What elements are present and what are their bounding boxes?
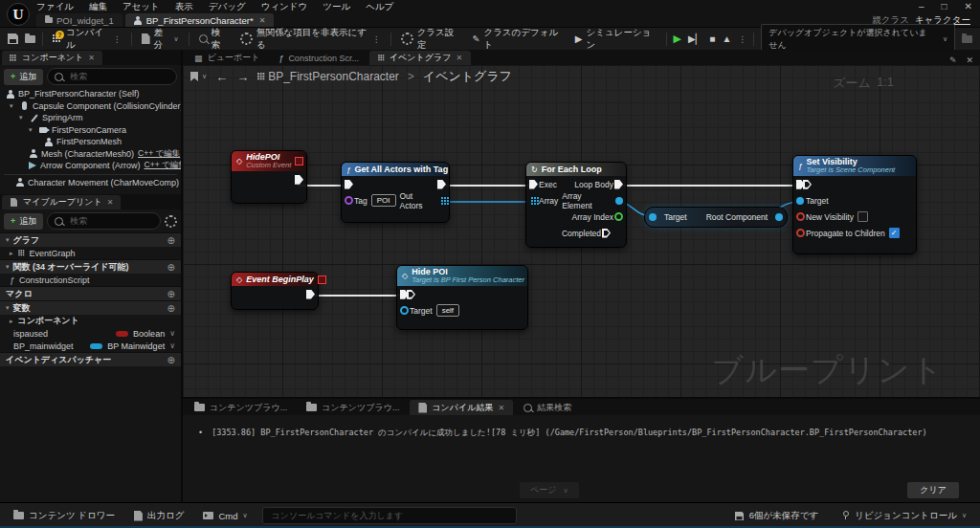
unsaved-button[interactable]: 6個が未保存です — [729, 508, 823, 524]
tag-value-field[interactable]: POI — [371, 194, 396, 207]
tab-components[interactable]: コンポーネント ✕ — [2, 51, 102, 65]
content-drawer-button[interactable]: コンテンツ ドロワー — [9, 508, 120, 524]
page-dropdown[interactable]: ページ ∨ — [520, 482, 579, 498]
variable-bp-mainwidget[interactable]: BP_mainwidget BP Mainwidget ∨ — [0, 340, 181, 352]
back-icon[interactable]: ← — [215, 70, 228, 84]
breadcrumb-current[interactable]: イベントグラフ — [423, 68, 512, 85]
tree-row-camera[interactable]: ▾ FirstPersonCamera — [0, 124, 181, 137]
loop-body-pin[interactable] — [614, 180, 623, 189]
node-set-visibility[interactable]: ƒ Set Visibility Target is Scene Compone… — [792, 155, 917, 254]
stop-button[interactable]: ■ — [709, 33, 715, 44]
add-variable-icon[interactable]: ⊕ — [167, 303, 175, 314]
menu-edit[interactable]: 編集 — [89, 1, 107, 13]
compile-options-icon[interactable]: ⋮ — [113, 34, 122, 44]
save-icon[interactable] — [8, 33, 18, 44]
close-panel-icon[interactable]: ✕ — [966, 55, 973, 65]
chevron-down-icon[interactable]: ∨ — [169, 341, 175, 350]
node-hidepoi-event[interactable]: ◇ HidePOI Custom Event — [231, 150, 307, 204]
array-index-pin[interactable] — [614, 212, 623, 221]
section-functions[interactable]: ▾ 関数 (34 オーバーライド可能) ⊕ — [0, 259, 181, 274]
diff-button[interactable]: 差分 ∨ — [139, 27, 182, 52]
add-component-button[interactable]: + 追加 — [4, 69, 43, 85]
minimize-button[interactable]: – — [919, 1, 924, 11]
revision-control-dropdown[interactable]: リビジョンコントロール ∨ — [836, 508, 971, 524]
section-graphs[interactable]: ▾ グラフ ⊕ — [0, 232, 181, 247]
tab-bp-firstpersoncharacter[interactable]: BP_FirstPersonCharacter* ✕ — [125, 13, 275, 27]
section-macros[interactable]: マクロ ⊕ — [0, 286, 181, 300]
node-for-each-loop[interactable]: ↻ For Each Loop Exec Loop Body Array Arr… — [525, 162, 627, 248]
settings-gear-icon[interactable] — [165, 215, 177, 228]
variable-ispaused[interactable]: ispaused Boolean ∨ — [0, 327, 181, 340]
graph-canvas[interactable]: ∨ ← → BP_FirstPersonCharacter > イベントグラフ … — [183, 65, 980, 397]
node-hide-poi-call[interactable]: ◇ Hide POI Target is BP First Person Cha… — [396, 265, 528, 330]
simulation-button[interactable]: ▶ シミュレーション — [572, 27, 659, 52]
play-button[interactable]: ▶ — [673, 33, 680, 45]
maximize-button[interactable]: □ — [942, 1, 947, 11]
tree-row-arrow[interactable]: Arrow Component (Arrow) C++ で編集 — [0, 160, 181, 172]
tree-row-mesh[interactable]: Mesh (CharacterMesh0) C++ で編集 — [0, 148, 181, 161]
exec-out-pin[interactable] — [306, 290, 315, 299]
new-visibility-checkbox[interactable] — [858, 211, 868, 222]
group-components[interactable]: ▸ コンポーネント — [0, 315, 181, 327]
expander-icon[interactable]: ▾ — [29, 126, 35, 134]
propagate-checkbox[interactable]: ✓ — [889, 228, 900, 238]
tab-find-results[interactable]: 結果検索 — [515, 400, 580, 415]
pencil-icon[interactable]: ✎ — [949, 55, 957, 65]
expander-icon[interactable]: ▸ — [10, 318, 13, 325]
menu-window[interactable]: ウィンドウ — [261, 1, 308, 13]
compile-button[interactable]: ? コンパイル ⋮ — [50, 27, 124, 52]
add-macro-icon[interactable]: ⊕ — [167, 289, 175, 299]
delegate-pin[interactable] — [318, 275, 326, 284]
edit-cpp-link[interactable]: C++ で編集 — [138, 148, 180, 160]
exec-in-pin[interactable] — [529, 180, 538, 189]
propagate-pin[interactable] — [796, 229, 805, 237]
breadcrumb-root[interactable]: BP_FirstPersonCharacter — [268, 70, 399, 83]
menu-asset[interactable]: アセット — [122, 1, 160, 13]
clear-button[interactable]: クリア — [907, 482, 959, 498]
exec-out-pin[interactable] — [407, 290, 415, 299]
console-command-input[interactable] — [270, 510, 509, 521]
exec-out-pin[interactable] — [437, 180, 446, 189]
tab-viewport[interactable]: ▦ ビューポート — [186, 51, 268, 65]
tree-row-springarm[interactable]: ▾ SpringArm — [0, 112, 181, 124]
completed-pin[interactable] — [602, 229, 611, 238]
array-element-pin[interactable] — [615, 197, 623, 205]
debug-browse-icon[interactable] — [962, 35, 972, 43]
eject-button[interactable]: ▲ — [722, 33, 731, 44]
add-function-icon[interactable]: ⊕ — [167, 262, 175, 273]
delegate-pin[interactable] — [295, 157, 303, 165]
components-search-input[interactable] — [68, 71, 169, 82]
expander-icon[interactable]: ▾ — [10, 102, 16, 110]
tree-row-self[interactable]: BP_FirstPersonCharacter (Self) — [0, 88, 181, 100]
tree-row-firstpersonmesh[interactable]: FirstPersonMesh — [0, 136, 181, 148]
play-options-icon[interactable]: ⋮ — [738, 34, 746, 44]
tab-construction-script[interactable]: ƒ Construction Scr... — [270, 51, 368, 65]
tree-row-capsule[interactable]: ▾ Capsule Component (CollisionCylinder) … — [0, 100, 181, 113]
tree-row-charmove[interactable]: Character Movement (CharMoveComp) C++ で編… — [0, 177, 181, 189]
browse-icon[interactable] — [25, 35, 35, 43]
myblueprint-search-input[interactable] — [68, 215, 153, 227]
add-graph-icon[interactable]: ⊕ — [167, 235, 175, 246]
cmd-dropdown[interactable]: Cmd ∨ — [198, 509, 252, 523]
tag-pin[interactable] — [345, 196, 353, 205]
chevron-down-icon[interactable]: ∨ — [202, 73, 207, 80]
out-actors-pin[interactable] — [441, 197, 443, 199]
tab-content-browser-2[interactable]: コンテンツブラウ... — [298, 400, 408, 415]
close-icon[interactable]: ✕ — [88, 54, 95, 62]
node-get-root-component[interactable]: Target Root Component — [644, 207, 788, 228]
add-dispatcher-icon[interactable]: ⊕ — [167, 355, 175, 365]
menu-view[interactable]: 表示 — [175, 1, 193, 13]
menu-debug[interactable]: デバッグ — [209, 1, 246, 13]
frame-skip-button[interactable]: ▶▏ — [688, 33, 702, 44]
tab-event-graph[interactable]: イベントグラフ ✕ — [369, 51, 471, 65]
close-tab-icon[interactable]: ✕ — [498, 404, 504, 412]
console-command-box[interactable] — [262, 507, 517, 524]
root-component-pin[interactable] — [775, 213, 783, 221]
target-pin[interactable] — [649, 213, 657, 221]
close-tab-icon[interactable]: ✕ — [456, 54, 462, 62]
menu-tools[interactable]: ツール — [323, 1, 350, 13]
node-get-all-actors-with-tag[interactable]: ƒ Get All Actors with Tag Tag POI Out Ac… — [341, 162, 450, 223]
close-tab-icon[interactable]: ✕ — [259, 16, 266, 25]
exec-out-pin[interactable] — [295, 175, 303, 185]
array-in-pin[interactable] — [531, 197, 533, 199]
